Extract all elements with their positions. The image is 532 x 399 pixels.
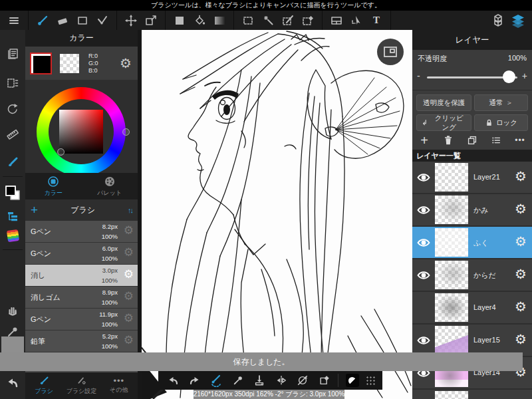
bucket-tool-icon[interactable] [190, 12, 209, 29]
drag-handle-icon[interactable] [366, 376, 376, 386]
layer-name: かみ [473, 205, 489, 215]
duplicate-layer-button[interactable] [464, 132, 481, 148]
eraser-tool-icon[interactable] [53, 12, 72, 29]
rgb-b: B:0 [88, 67, 98, 74]
reset-rotation-button[interactable] [295, 372, 311, 388]
panel-layout-icon[interactable] [327, 12, 346, 29]
layer-more-button[interactable]: ••• [511, 132, 529, 148]
protect-alpha-button[interactable]: 透明度を保護 [416, 94, 471, 111]
polyline-tool-icon[interactable] [92, 12, 112, 29]
layer-row[interactable]: ⚙ [412, 390, 532, 399]
layer-row[interactable]: ふく ⚙ [412, 227, 532, 258]
layer-settings-gear-icon[interactable]: ⚙ [515, 202, 527, 215]
brush-settings-gear-icon[interactable]: ⚙ [124, 247, 134, 258]
select-move-icon[interactable] [346, 12, 366, 29]
gradient-tool-icon[interactable] [209, 12, 229, 29]
layer-list-button[interactable] [487, 132, 505, 148]
brush-settings-gear-icon[interactable]: ⚙ [124, 313, 134, 324]
delete-layer-button[interactable] [440, 132, 457, 148]
brush-list-item[interactable]: 消し 3.0px 100% ⚙ [25, 265, 138, 286]
clear-canvas-button[interactable] [317, 372, 332, 388]
brush-settings-gear-icon[interactable]: ⚙ [124, 225, 134, 236]
magic-wand-icon[interactable] [258, 12, 278, 29]
brush-settings-gear-icon[interactable]: ⚙ [124, 269, 134, 280]
layer-settings-gear-icon[interactable]: ⚙ [515, 170, 527, 183]
brush-size: 8.9px [102, 289, 118, 296]
ruler-icon[interactable] [0, 125, 25, 144]
layer-row[interactable]: からだ ⚙ [412, 259, 532, 291]
rainbow-material-icon[interactable] [0, 226, 25, 245]
brush-settings-gear-icon[interactable]: ⚙ [124, 334, 134, 346]
add-brush-button[interactable]: + [31, 203, 38, 217]
layer-tree-icon[interactable] [0, 207, 25, 225]
fg-bg-color-swatch[interactable] [0, 182, 25, 204]
brush-list-item[interactable]: Gペン 6.0px 100% ⚙ [25, 243, 138, 264]
eye-icon[interactable] [416, 235, 431, 250]
eye-icon[interactable] [416, 203, 431, 217]
move-tool-icon[interactable] [121, 12, 141, 29]
invert-display-button[interactable] [344, 372, 360, 388]
navigator-toggle-button[interactable] [377, 39, 404, 65]
foreground-color-swatch[interactable] [30, 53, 52, 74]
sv-marker[interactable] [57, 148, 65, 156]
opacity-plus-button[interactable]: + [522, 70, 527, 81]
eye-icon[interactable] [416, 268, 431, 283]
tab-brush[interactable]: ブラシ [25, 372, 63, 399]
rotate-reset-icon[interactable] [0, 100, 25, 118]
eyedropper-button[interactable] [230, 372, 246, 388]
undo-button[interactable] [165, 372, 181, 388]
canvas-paper[interactable] [142, 30, 412, 399]
brush-list-item[interactable]: Gペン 11.9px 100% ⚙ [25, 309, 138, 330]
select-eraser-icon[interactable] [298, 12, 318, 29]
layer-row[interactable]: かみ ⚙ [412, 194, 532, 225]
tab-other[interactable]: ••• その他 [100, 372, 138, 399]
opacity-slider-knob[interactable] [503, 70, 515, 83]
transparent-color-swatch[interactable] [60, 54, 79, 73]
rect-select-tool-icon[interactable] [72, 12, 92, 29]
tab-palette[interactable]: パレット [82, 173, 138, 200]
layers-panel-icon[interactable] [508, 12, 528, 29]
brush-sort-icon[interactable]: ↑↓ [128, 206, 132, 214]
blend-mode-button[interactable]: 通常 ＞ [474, 94, 528, 111]
layer-row[interactable]: Layer15 ⚙ [412, 325, 532, 356]
select-pen-icon[interactable] [278, 12, 298, 29]
sidebar-divider [3, 176, 23, 177]
marquee-select-icon[interactable] [238, 12, 258, 29]
transform-tool-icon[interactable] [141, 12, 161, 29]
layer-settings-gear-icon[interactable]: ⚙ [515, 332, 527, 346]
material-cube-icon[interactable] [488, 12, 508, 29]
tab-color[interactable]: カラー [25, 173, 82, 200]
add-layer-button[interactable]: + [416, 132, 433, 148]
layer-settings-gear-icon[interactable]: ⚙ [515, 300, 527, 313]
hamburger-menu-icon[interactable] [4, 12, 24, 29]
lock-button[interactable]: ロック [474, 114, 528, 131]
pages-icon[interactable] [0, 45, 25, 63]
layer-settings-gear-icon[interactable]: ⚙ [515, 267, 527, 281]
select-layer-icon[interactable] [0, 74, 25, 92]
color-settings-gear-icon[interactable]: ⚙ [120, 57, 132, 70]
brush-snap-button[interactable] [208, 372, 224, 388]
text-tool-icon[interactable]: T [366, 12, 386, 29]
undo-icon[interactable] [0, 374, 25, 392]
eye-icon[interactable] [416, 170, 431, 185]
hue-marker[interactable] [122, 128, 130, 136]
layer-row[interactable]: Layer4 ⚙ [412, 292, 532, 323]
flip-horizontal-button[interactable] [273, 372, 289, 388]
save-button[interactable] [251, 372, 267, 388]
hand-pan-icon[interactable] [0, 301, 25, 320]
clipping-button[interactable]: クリッピング [416, 114, 471, 131]
saturation-value-square[interactable] [59, 110, 103, 154]
brush-list-item[interactable]: Gペン 8.2px 100% ⚙ [25, 221, 138, 242]
brush-tool-icon[interactable] [33, 12, 53, 29]
opacity-minus-button[interactable]: - [417, 70, 420, 81]
layer-row[interactable]: Layer21 ⚙ [412, 162, 532, 193]
brush-settings-gear-icon[interactable]: ⚙ [124, 291, 134, 302]
layer-settings-gear-icon[interactable]: ⚙ [515, 235, 527, 248]
material-brush-icon[interactable] [0, 152, 25, 171]
color-swatch-icon[interactable] [170, 12, 190, 29]
redo-button[interactable] [187, 372, 203, 388]
brush-list-item[interactable]: 消しゴム 8.9px 100% ⚙ [25, 287, 138, 308]
eye-icon[interactable] [416, 333, 431, 348]
tab-brush-settings[interactable]: ブラシ設定 [63, 372, 100, 399]
brush-list-item[interactable]: 鉛筆 5.2px 100% ⚙ [25, 331, 138, 352]
